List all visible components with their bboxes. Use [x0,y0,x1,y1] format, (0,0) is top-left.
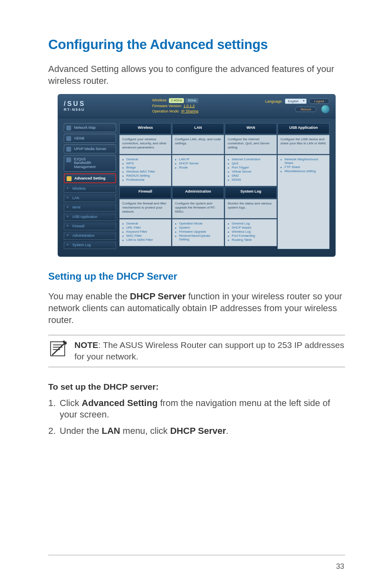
col-body-usb: Network Neighborhood Share FTP Share Mis… [278,155,329,249]
bold-term: LAN [102,426,120,436]
note-sep: : [98,340,103,350]
firmware-link[interactable]: 1.0.1.2 [184,103,195,109]
svg-rect-0 [51,342,65,356]
link-item[interactable]: DHCP leases [228,226,274,229]
sidebar-sub-lan[interactable]: LAN [64,194,116,202]
link-item[interactable]: System [175,226,221,229]
col-head-syslog: System Log [225,187,277,198]
col-head-admin: Administration [172,187,224,198]
link-item[interactable]: WPS [122,162,168,165]
link-item[interactable]: Internet Connection [228,157,274,161]
link-item[interactable]: Wireless MAC Filter [122,170,168,173]
band-5-badge[interactable]: 5GHz [186,98,198,103]
link-item[interactable]: Restore/Save/Upload Setting [175,234,221,241]
link-item[interactable]: Professional [122,178,168,182]
router-header: /SUS RT-N56U Wireless: 2.4GHz 5GHz Firmw… [58,94,335,118]
page-number: 33 [336,562,344,571]
sidebar-sub-wireless[interactable]: Wireless [64,185,116,193]
step-item: Under the LAN menu, click DHCP Server. [48,425,345,437]
link-item[interactable]: DMZ [228,174,274,177]
globe-icon[interactable] [321,105,329,113]
link-item[interactable]: Routing Table [228,238,274,242]
link-item[interactable]: Firmware Upgrade [175,230,221,233]
sidebar-item-ezqos[interactable]: EzQoS Bandwidth Management [64,155,116,172]
sidebar-item-label: Advanced Setting [74,176,105,180]
sidebar-sub-firewall[interactable]: Firewall [64,222,116,230]
opmode-label: Operation Mode: [152,109,179,114]
sidebar-item-advanced-setting[interactable]: Advanced Setting [64,173,116,183]
steps-heading: To set up the DHCP server: [48,382,345,392]
link-item[interactable]: Network Neighborhood Share [280,157,327,165]
language-label: Language: [265,99,283,103]
router-ui: /SUS RT-N56U Wireless: 2.4GHz 5GHz Firmw… [58,94,336,257]
sidebar-item-aidisk[interactable]: AiDisk [64,134,116,143]
sidebar-item-label: Network Map [74,126,96,130]
wireless-label: Wireless: [152,98,167,103]
link-item[interactable]: DHCP Server [175,162,221,165]
col-body-lan: LAN IP DHCP Server Route [172,155,224,186]
logout-button[interactable]: Logout [309,99,329,104]
col-body-firewall: General URL Filter Keyword Filter MAC Fi… [119,219,171,246]
link-item[interactable]: General [122,222,168,225]
link-item[interactable]: Keyword Filter [122,230,168,233]
link-item[interactable]: LAN to WAN Filter [122,238,168,242]
link-item[interactable]: General Log [228,222,274,225]
opmode-link[interactable]: IP Sharing [181,109,198,114]
text-run: Click [60,398,82,408]
link-item[interactable]: MAC Filter [122,234,168,238]
header-right: Language: English Logout Reboot [265,99,329,113]
screenshot-figure: /SUS RT-N56U Wireless: 2.4GHz 5GHz Firmw… [48,94,345,257]
col-desc: Configure the firewall and filter mechan… [119,199,171,218]
band-24-badge[interactable]: 2.4GHz [169,98,184,103]
language-select[interactable]: English [285,99,306,104]
col-desc: Configure LAN, dhcp, and route settings. [172,135,224,154]
router-body: Network Map AiDisk UPnP Media Server EzQ… [58,118,335,257]
link-item[interactable]: LAN IP [175,157,221,161]
link-item[interactable]: DDNS [228,178,274,182]
sidebar-item-label: EzQoS Bandwidth Management [74,157,96,169]
reboot-button[interactable]: Reboot [295,107,316,112]
sidebar-sub-usb[interactable]: USB Application [64,213,116,221]
sidebar-sub-syslog[interactable]: System Log [64,241,116,249]
col-head-lan: LAN [172,123,224,134]
col-desc: Configure your wireless connection, secu… [119,135,171,154]
bold-term: DHCP Server [130,291,186,301]
note-text: NOTE: The ASUS Wireless Router can suppo… [74,339,345,362]
firmware-label: Firmware Version: [152,103,182,109]
link-item[interactable]: RADIUS Setting [122,174,168,177]
page-title: Configuring the Advanced settings [48,37,345,52]
link-item[interactable]: Miscellaneous setting [280,169,327,173]
col-head-wan: WAN [225,123,277,134]
link-item[interactable]: Route [175,166,221,169]
col-desc: Monitor the status and various system lo… [225,199,277,218]
bold-term: DHCP Server [170,426,226,436]
col-desc: Configure the Internet connection, QoS, … [225,135,277,154]
link-item[interactable]: FTP Share [280,165,327,169]
col-head-firewall: Firewall [119,187,171,198]
link-item[interactable]: Wireless Log [228,230,274,233]
link-item[interactable]: Virtual Server [228,170,274,173]
link-item[interactable]: Bridge [122,166,168,169]
link-item[interactable]: QoS [228,162,274,165]
link-item[interactable]: Operation Mode [175,222,221,225]
content-grid: Wireless LAN WAN USB Application Configu… [119,123,329,249]
footer-rule [48,555,345,555]
link-item[interactable]: URL Filter [122,226,168,229]
col-body-wireless: General WPS Bridge Wireless MAC Filter R… [119,155,171,186]
sidebar-item-network-map[interactable]: Network Map [64,123,116,132]
note-label: NOTE [74,340,98,350]
brand-logo: /SUS RT-N56U [64,101,85,111]
step-item: Click Advanced Setting from the navigati… [48,397,345,420]
bold-term: Advanced Setting [82,398,158,408]
link-item[interactable]: Port Forwarding [228,234,274,238]
document-page: Configuring the Advanced settings Advanc… [0,0,390,588]
note-body: The ASUS Wireless Router can support up … [74,340,344,361]
sidebar-item-upnp[interactable]: UPnP Media Server [64,144,116,153]
sidebar-sub-admin[interactable]: Administration [64,232,116,240]
sidebar-item-label: UPnP Media Server [74,147,106,151]
sidebar-sub-wan[interactable]: WAN [64,204,116,211]
col-body-wan: Internet Connection QoS Port Trigger Vir… [225,155,277,186]
link-item[interactable]: General [122,157,168,161]
link-item[interactable]: Port Trigger [228,166,274,169]
sidebar-item-label: AiDisk [74,136,85,140]
